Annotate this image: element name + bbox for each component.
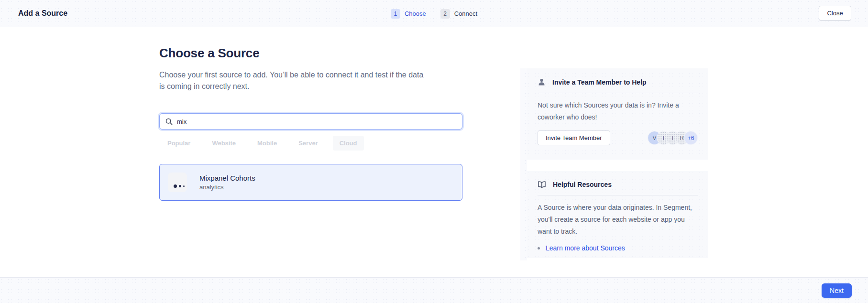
stepper: 1 Choose 2 Connect bbox=[0, 0, 868, 27]
resources-link-list: Learn more about Sources bbox=[538, 244, 698, 252]
step-choose[interactable]: 1 Choose bbox=[391, 9, 426, 19]
helpful-resources-card: Helpful Resources A Source is where your… bbox=[527, 171, 708, 258]
divider bbox=[538, 93, 698, 93]
category-tabs: Popular Website Mobile Server Cloud bbox=[161, 136, 364, 150]
step-2-label: Connect bbox=[454, 10, 477, 17]
bullet-icon bbox=[538, 247, 540, 249]
tab-website[interactable]: Website bbox=[205, 136, 242, 151]
list-item: Learn more about Sources bbox=[538, 244, 698, 252]
avatar-overflow-count: +6 bbox=[684, 131, 698, 145]
book-icon bbox=[538, 181, 546, 188]
search-input[interactable] bbox=[177, 118, 456, 125]
invite-row: Invite Team Member V T T R +6 bbox=[538, 130, 698, 145]
invite-card-header: Invite a Team Member to Help bbox=[538, 78, 698, 86]
tab-mobile[interactable]: Mobile bbox=[251, 136, 284, 151]
source-category: analytics bbox=[199, 184, 255, 191]
invite-card-title: Invite a Team Member to Help bbox=[552, 78, 647, 86]
sidebar-scroll-gutter[interactable] bbox=[520, 68, 527, 260]
step-1-label: Choose bbox=[405, 10, 426, 17]
source-card-mixpanel-cohorts[interactable]: Mixpanel Cohorts analytics bbox=[159, 164, 462, 201]
add-source-window: Add a Source 1 Choose 2 Connect Close Ch… bbox=[0, 0, 868, 303]
mixpanel-dots-icon bbox=[174, 184, 185, 188]
step-1-badge: 1 bbox=[391, 9, 400, 19]
invite-team-card: Invite a Team Member to Help Not sure wh… bbox=[527, 68, 708, 160]
tab-cloud[interactable]: Cloud bbox=[333, 136, 364, 151]
avatar-stack: V T T R +6 bbox=[648, 131, 698, 145]
search-box[interactable] bbox=[159, 113, 462, 130]
source-card-text: Mixpanel Cohorts analytics bbox=[199, 174, 255, 191]
source-name: Mixpanel Cohorts bbox=[199, 174, 255, 182]
step-2-badge: 2 bbox=[440, 9, 450, 19]
close-button[interactable]: Close bbox=[819, 6, 851, 21]
page-heading: Choose a Source bbox=[159, 46, 259, 61]
next-button[interactable]: Next bbox=[822, 283, 852, 298]
divider bbox=[538, 195, 698, 195]
resources-card-header: Helpful Resources bbox=[538, 181, 698, 188]
person-icon bbox=[538, 78, 546, 86]
invite-card-body: Not sure which Sources your data is in? … bbox=[538, 99, 698, 123]
learn-more-sources-link[interactable]: Learn more about Sources bbox=[546, 244, 625, 252]
search-icon bbox=[165, 118, 173, 125]
topbar: Add a Source 1 Choose 2 Connect Close bbox=[0, 0, 868, 27]
invite-team-member-button[interactable]: Invite Team Member bbox=[538, 130, 610, 145]
mixpanel-logo bbox=[168, 173, 187, 192]
tab-popular[interactable]: Popular bbox=[161, 136, 197, 151]
page-description: Choose your first source to add. You’ll … bbox=[159, 69, 427, 92]
footer-bar: Next bbox=[0, 277, 868, 303]
tab-server[interactable]: Server bbox=[292, 136, 324, 151]
resources-card-title: Helpful Resources bbox=[553, 181, 612, 188]
resources-card-body: A Source is where your data originates. … bbox=[538, 202, 698, 238]
step-connect[interactable]: 2 Connect bbox=[440, 9, 477, 19]
